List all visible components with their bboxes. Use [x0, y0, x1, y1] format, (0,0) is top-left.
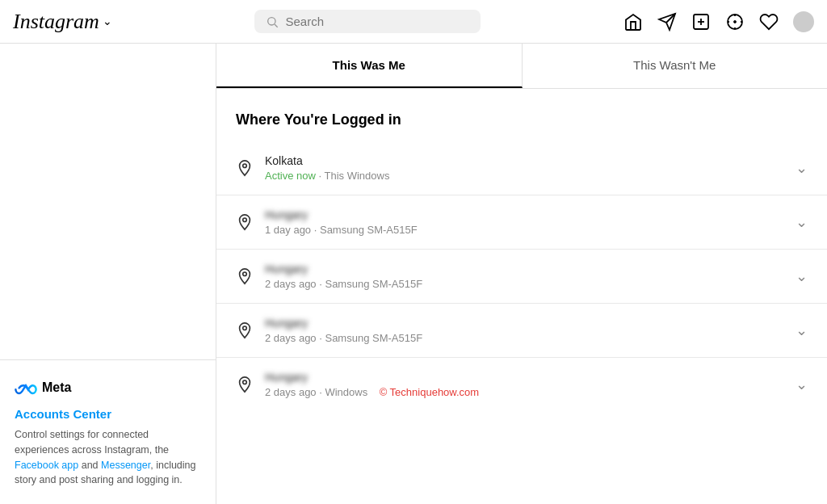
- search-input[interactable]: [285, 15, 469, 28]
- svg-point-14: [243, 272, 247, 276]
- search-icon: [266, 15, 279, 28]
- login-item[interactable]: Hungary 1 day ago · Samsung SM-A515F ⌄: [216, 195, 827, 250]
- send-icon[interactable]: [657, 12, 677, 32]
- login-location: Kolkata: [265, 154, 784, 167]
- login-item[interactable]: Hungary 2 days ago · Windows © Technique…: [216, 358, 827, 411]
- active-status: Active now: [265, 170, 316, 182]
- svg-line-1: [275, 24, 278, 27]
- login-device: · This Windows: [319, 170, 390, 182]
- login-list: Kolkata Active now · This Windows ⌄ Hung…: [216, 141, 827, 411]
- avatar[interactable]: [793, 11, 814, 32]
- login-item[interactable]: Hungary 2 days ago · Samsung SM-A515F ⌄: [216, 250, 827, 304]
- logo-text: Instagram: [13, 10, 99, 34]
- meta-label: Meta: [42, 380, 71, 395]
- accounts-center-desc: Control settings for connected experienc…: [15, 427, 201, 488]
- location-icon: [236, 213, 254, 231]
- expand-icon: ⌄: [796, 213, 808, 231]
- location-icon: [236, 321, 254, 339]
- login-detail: Active now · This Windows: [265, 170, 784, 182]
- location-icon: [236, 376, 254, 393]
- login-location: Hungary: [265, 262, 784, 275]
- login-detail: 1 day ago · Samsung SM-A515F: [265, 224, 784, 236]
- login-info: Hungary 2 days ago · Samsung SM-A515F: [265, 317, 784, 344]
- login-detail: 2 days ago · Samsung SM-A515F: [265, 332, 784, 344]
- navbar-icons: [623, 11, 814, 32]
- login-location: Hungary: [265, 208, 784, 221]
- create-icon[interactable]: [691, 12, 711, 32]
- tabs-row: This Was Me This Wasn't Me: [216, 44, 827, 89]
- login-info: Hungary 2 days ago · Samsung SM-A515F: [265, 262, 784, 290]
- messenger-link[interactable]: Messenger: [101, 460, 150, 471]
- expand-icon: ⌄: [796, 267, 808, 285]
- sidebar: Meta Accounts Center Control settings fo…: [0, 44, 216, 504]
- expand-icon: ⌄: [796, 159, 808, 177]
- home-icon[interactable]: [623, 12, 643, 32]
- svg-point-12: [243, 164, 247, 168]
- tab-this-was-me[interactable]: This Was Me: [216, 44, 523, 88]
- location-icon: [236, 159, 254, 177]
- login-time: 2 days ago: [265, 332, 317, 344]
- login-info: Hungary 1 day ago · Samsung SM-A515F: [265, 208, 784, 236]
- login-location: Hungary: [265, 317, 784, 330]
- content-area: This Was Me This Wasn't Me Where You're …: [216, 44, 827, 504]
- login-info: Kolkata Active now · This Windows: [265, 154, 784, 182]
- login-detail: 2 days ago · Windows © Techniquehow.com: [265, 386, 784, 398]
- main-layout: Meta Accounts Center Control settings fo…: [0, 44, 827, 504]
- login-time: 2 days ago: [265, 386, 317, 398]
- accounts-center-link[interactable]: Accounts Center: [15, 407, 201, 421]
- svg-point-16: [243, 380, 247, 384]
- login-detail: 2 days ago · Samsung SM-A515F: [265, 278, 784, 290]
- login-item[interactable]: Kolkata Active now · This Windows ⌄: [216, 141, 827, 195]
- login-time: 2 days ago: [265, 278, 317, 290]
- meta-logo: Meta: [15, 376, 201, 399]
- login-device: · Windows: [319, 386, 367, 398]
- location-icon: [236, 267, 254, 285]
- sidebar-bottom: Meta Accounts Center Control settings fo…: [0, 359, 216, 504]
- facebook-app-link[interactable]: Facebook app: [15, 460, 78, 471]
- section-title: Where You're Logged in: [216, 89, 827, 141]
- notifications-icon[interactable]: [759, 12, 779, 32]
- sidebar-top: [0, 44, 216, 359]
- login-item[interactable]: Hungary 2 days ago · Samsung SM-A515F ⌄: [216, 304, 827, 358]
- expand-icon: ⌄: [796, 376, 808, 393]
- meta-logo-icon: [15, 376, 37, 399]
- login-location: Hungary: [265, 371, 784, 384]
- login-info: Hungary 2 days ago · Windows © Technique…: [265, 371, 784, 398]
- svg-point-0: [268, 17, 275, 24]
- expand-icon: ⌄: [796, 321, 808, 339]
- login-device: · Samsung SM-A515F: [319, 278, 422, 290]
- tab-this-wasnt-me[interactable]: This Wasn't Me: [523, 44, 828, 88]
- svg-point-13: [243, 218, 247, 222]
- search-bar[interactable]: [254, 10, 481, 33]
- login-device: · Samsung SM-A515F: [314, 224, 418, 236]
- login-device: · Samsung SM-A515F: [319, 332, 422, 344]
- svg-point-7: [734, 21, 736, 23]
- navbar: Instagram ⌄: [0, 0, 827, 44]
- svg-point-15: [243, 326, 247, 330]
- watermark-text: © Techniquehow.com: [380, 386, 480, 398]
- instagram-logo[interactable]: Instagram ⌄: [13, 10, 112, 34]
- login-time: 1 day ago: [265, 224, 311, 236]
- logo-chevron: ⌄: [103, 15, 112, 28]
- explore-icon[interactable]: [725, 12, 745, 32]
